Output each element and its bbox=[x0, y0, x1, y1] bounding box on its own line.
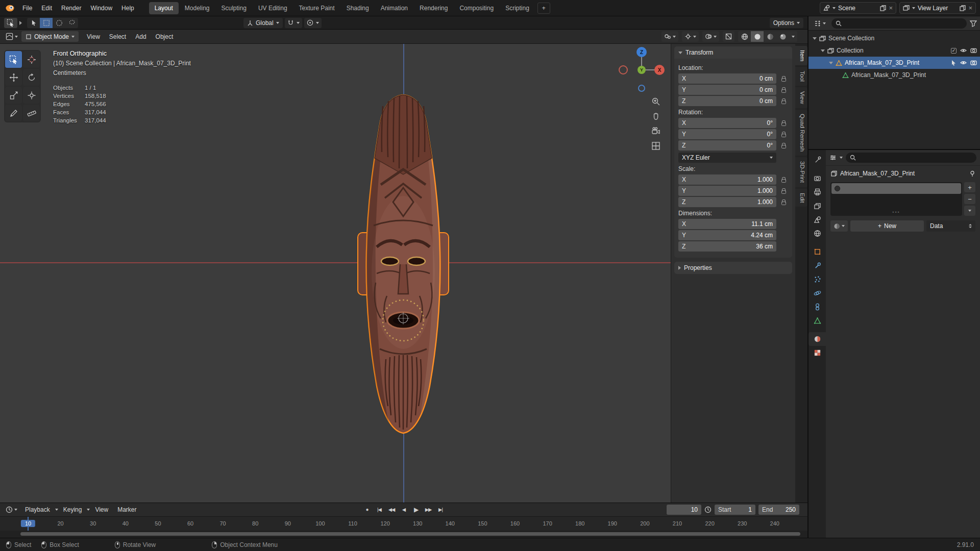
timeline-tick-200[interactable]: 200 bbox=[640, 520, 649, 527]
tool-transform[interactable] bbox=[23, 87, 40, 104]
tool-scale[interactable] bbox=[5, 87, 22, 104]
material-slot-list[interactable]: ••• bbox=[830, 182, 962, 216]
list-resize-grip[interactable]: ••• bbox=[892, 210, 900, 215]
material-slot[interactable] bbox=[831, 183, 961, 194]
jump-to-end-button[interactable]: ▶| bbox=[435, 505, 446, 515]
camera-view-icon[interactable] bbox=[651, 127, 660, 136]
properties-panel-header[interactable]: Properties bbox=[674, 262, 792, 274]
timeline-tick-110[interactable]: 110 bbox=[348, 520, 357, 527]
overlays-dropdown[interactable] bbox=[702, 31, 719, 42]
gizmo-z-axis[interactable]: Z bbox=[636, 47, 647, 57]
n-panel-tab-item[interactable]: Item bbox=[795, 46, 807, 65]
menu-object[interactable]: Object bbox=[152, 31, 178, 42]
timeline-tick-230[interactable]: 230 bbox=[738, 520, 747, 527]
timeline-scrollbar-track[interactable] bbox=[0, 531, 807, 538]
outliner-row-collection[interactable]: Collection ✓ bbox=[808, 44, 980, 57]
play-button[interactable]: ▶ bbox=[410, 505, 422, 515]
properties-search-input[interactable] bbox=[846, 153, 976, 163]
properties-tab-modifiers[interactable] bbox=[808, 259, 826, 272]
workspace-tab-modeling[interactable]: Modeling bbox=[179, 2, 215, 14]
n-panel-tab-edit[interactable]: Edit bbox=[795, 189, 807, 207]
timeline-tick-50[interactable]: 50 bbox=[155, 520, 161, 527]
timeline-tick-180[interactable]: 180 bbox=[575, 520, 584, 527]
properties-tab-physics[interactable] bbox=[808, 286, 826, 300]
add-material-slot-button[interactable]: + bbox=[964, 182, 975, 192]
selectable-pointer-icon[interactable] bbox=[951, 60, 957, 66]
timeline-tick-60[interactable]: 60 bbox=[187, 520, 193, 527]
properties-tab-object[interactable] bbox=[808, 245, 826, 259]
options-dropdown[interactable]: Options bbox=[770, 18, 803, 28]
menu-help[interactable]: Help bbox=[117, 3, 139, 14]
outliner-row-mask-object[interactable]: African_Mask_07_3D_Print bbox=[808, 57, 980, 69]
n-panel-tab-tool[interactable]: Tool bbox=[795, 67, 807, 86]
timeline-tick-130[interactable]: 130 bbox=[413, 520, 422, 527]
jump-to-start-button[interactable]: |◀ bbox=[374, 505, 385, 515]
new-material-button[interactable]: + New bbox=[850, 220, 924, 232]
properties-editor-icon[interactable] bbox=[829, 154, 837, 161]
play-reverse-button[interactable]: ◀ bbox=[398, 505, 409, 515]
properties-tab-view-layer[interactable] bbox=[808, 199, 826, 213]
timeline-tick-80[interactable]: 80 bbox=[252, 520, 258, 527]
properties-tab-output[interactable] bbox=[808, 185, 826, 199]
current-frame-field[interactable]: 10 bbox=[667, 505, 701, 515]
scene-selector[interactable]: Scene × bbox=[820, 2, 896, 14]
dimensions-x-field[interactable]: X11.1 cm bbox=[678, 219, 776, 229]
snap-toggle[interactable] bbox=[285, 18, 302, 28]
gizmos-dropdown[interactable] bbox=[682, 31, 699, 42]
new-scene-icon[interactable] bbox=[880, 5, 886, 11]
workspace-tab-scripting[interactable]: Scripting bbox=[500, 2, 535, 14]
lock-icon[interactable] bbox=[781, 134, 786, 137]
shading-solid[interactable] bbox=[751, 31, 764, 42]
timeline-tick-170[interactable]: 170 bbox=[543, 520, 552, 527]
shading-rendered[interactable] bbox=[776, 31, 789, 42]
shading-material[interactable] bbox=[764, 31, 776, 42]
timeline-tick-120[interactable]: 120 bbox=[380, 520, 389, 527]
expand-icon[interactable] bbox=[813, 37, 817, 40]
properties-tab-scene[interactable] bbox=[808, 213, 826, 227]
timeline-ruler[interactable]: 1020304050607080901001101201301401501601… bbox=[0, 517, 807, 531]
add-workspace-button[interactable]: + bbox=[537, 3, 550, 14]
lock-icon[interactable] bbox=[781, 101, 786, 104]
zoom-icon[interactable] bbox=[651, 97, 660, 106]
properties-tab-texture[interactable] bbox=[808, 346, 826, 360]
menu-timeline-view[interactable]: View bbox=[91, 504, 112, 515]
timeline-tick-140[interactable]: 140 bbox=[446, 520, 455, 527]
properties-tab-tool[interactable] bbox=[808, 153, 826, 167]
menu-render[interactable]: Render bbox=[57, 3, 86, 14]
dimensions-z-field[interactable]: Z36 cm bbox=[678, 241, 776, 252]
n-panel-tab-3d-print[interactable]: 3D-Print bbox=[795, 157, 807, 187]
scale-x-field[interactable]: X1.000 bbox=[678, 174, 776, 185]
workspace-tab-sculpting[interactable]: Sculpting bbox=[216, 2, 252, 14]
unlink-scene-icon[interactable]: × bbox=[889, 5, 893, 11]
auto-keying-toggle[interactable]: ● bbox=[361, 505, 373, 515]
frame-end-field[interactable]: End250 bbox=[758, 505, 799, 515]
scale-y-field[interactable]: Y1.000 bbox=[678, 186, 776, 196]
timeline-scrollbar[interactable] bbox=[20, 532, 800, 536]
timeline-tick-150[interactable]: 150 bbox=[478, 520, 487, 527]
workspace-tab-layout[interactable]: Layout bbox=[149, 2, 179, 14]
filter-icon[interactable] bbox=[970, 20, 977, 27]
properties-tab-particles[interactable] bbox=[808, 272, 826, 286]
camera-render-icon[interactable] bbox=[970, 60, 977, 66]
pan-hand-icon[interactable] bbox=[651, 112, 660, 121]
location-y-field[interactable]: Y0 cm bbox=[678, 85, 776, 95]
chevron-down-icon[interactable] bbox=[792, 36, 795, 38]
tool-measure[interactable] bbox=[23, 105, 40, 121]
mode-selector[interactable]: Object Mode bbox=[21, 31, 79, 42]
gizmo-z-neg-axis[interactable] bbox=[638, 85, 645, 92]
blender-logo[interactable] bbox=[5, 4, 15, 12]
tool-move[interactable] bbox=[5, 69, 22, 86]
transform-panel-header[interactable]: Transform bbox=[674, 46, 792, 59]
outliner-row-mask-meshdata[interactable]: African_Mask_07_3D_Print bbox=[808, 69, 980, 81]
lock-icon[interactable] bbox=[781, 145, 786, 148]
tool-cursor[interactable] bbox=[23, 51, 40, 68]
view-layer-selector[interactable]: View Layer × bbox=[899, 2, 976, 14]
gizmo-x-axis[interactable]: X bbox=[654, 65, 665, 75]
tool-select-box[interactable] bbox=[5, 51, 22, 68]
browse-material-button[interactable] bbox=[830, 220, 848, 232]
shading-wireframe[interactable] bbox=[738, 31, 751, 42]
new-view-layer-icon[interactable] bbox=[960, 5, 966, 11]
tool-rotate[interactable] bbox=[23, 69, 40, 86]
workspace-tab-texture-paint[interactable]: Texture Paint bbox=[293, 2, 340, 14]
location-x-field[interactable]: X0 cm bbox=[678, 73, 776, 84]
